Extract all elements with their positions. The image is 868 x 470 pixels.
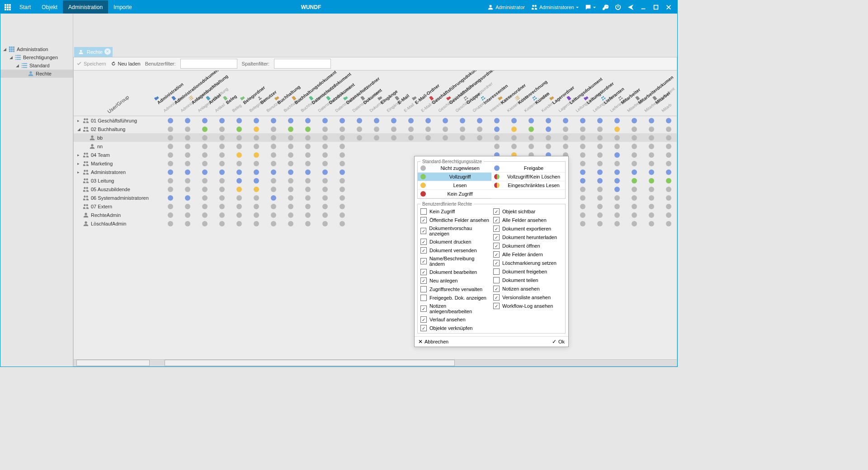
permission-cell[interactable] <box>162 142 179 150</box>
permission-cell[interactable] <box>265 176 282 185</box>
current-group[interactable]: Administratoren <box>528 4 581 10</box>
permission-cell[interactable] <box>265 193 282 202</box>
permission-cell[interactable] <box>557 142 574 150</box>
permission-cell[interactable] <box>213 159 231 168</box>
permission-cell[interactable] <box>591 142 609 150</box>
permission-cell[interactable] <box>643 150 660 159</box>
permission-cell[interactable] <box>351 142 368 150</box>
permission-cell[interactable] <box>591 211 609 219</box>
permission-cell[interactable] <box>643 142 660 150</box>
permission-cell[interactable] <box>609 185 626 193</box>
permission-cell[interactable] <box>248 116 265 125</box>
permission-cell[interactable] <box>316 142 334 150</box>
column-header[interactable]: MitarbeiMitarb <box>660 70 677 116</box>
permission-cell[interactable] <box>368 150 385 159</box>
permission-cell[interactable] <box>196 185 213 193</box>
right-checkbox[interactable]: ✓Name/Beschreibung ändern <box>420 256 490 267</box>
permission-cell[interactable] <box>609 142 626 150</box>
right-checkbox[interactable]: ✓Alle Felder ansehen <box>493 217 562 223</box>
permission-cell[interactable] <box>162 125 179 133</box>
permission-cell[interactable] <box>282 125 299 133</box>
permission-cell[interactable] <box>626 168 643 176</box>
permission-cell[interactable] <box>591 116 609 125</box>
permission-cell[interactable] <box>213 142 231 150</box>
permission-cell[interactable] <box>626 150 643 159</box>
permission-cell[interactable] <box>265 116 282 125</box>
permission-cell[interactable] <box>385 159 402 168</box>
permission-cell[interactable] <box>574 159 591 168</box>
permission-cell[interactable] <box>385 185 402 193</box>
permission-cell[interactable] <box>505 133 523 142</box>
row-header[interactable]: LöschlaufAdmin <box>74 219 162 228</box>
hscroll-right[interactable] <box>162 359 677 366</box>
permission-cell[interactable] <box>591 219 609 228</box>
permission-cell[interactable] <box>213 211 231 219</box>
permission-cell[interactable] <box>523 133 540 142</box>
menu-administration[interactable]: Administration <box>63 0 108 14</box>
permission-cell[interactable] <box>660 176 677 185</box>
permission-cell[interactable] <box>660 193 677 202</box>
permission-cell[interactable] <box>265 202 282 211</box>
permission-cell[interactable] <box>660 159 677 168</box>
permission-cell[interactable] <box>609 211 626 219</box>
permission-cell[interactable] <box>282 219 299 228</box>
permission-cell[interactable] <box>265 125 282 133</box>
permission-cell[interactable] <box>385 142 402 150</box>
permission-cell[interactable] <box>213 219 231 228</box>
permission-cell[interactable] <box>540 116 557 125</box>
permission-cell[interactable] <box>299 168 316 176</box>
permission-cell[interactable] <box>162 219 179 228</box>
permission-cell[interactable] <box>231 176 248 185</box>
menu-start[interactable]: Start <box>14 0 36 14</box>
permission-cell[interactable] <box>213 185 231 193</box>
permission-cell[interactable] <box>334 142 351 150</box>
permission-cell[interactable] <box>299 142 316 150</box>
permission-cell[interactable] <box>420 125 437 133</box>
row-header[interactable]: 05 Auszubildende <box>74 185 162 193</box>
tab-rechte[interactable]: Rechte ✕ <box>74 47 113 57</box>
hscroll-left[interactable] <box>74 359 162 366</box>
permission-cell[interactable] <box>454 125 471 133</box>
permission-cell[interactable] <box>316 168 334 176</box>
permission-cell[interactable] <box>540 133 557 142</box>
permission-cell[interactable] <box>316 133 334 142</box>
legend-entry[interactable]: Vollzugriff/Kein Löschen <box>491 173 565 181</box>
permission-cell[interactable] <box>334 159 351 168</box>
right-checkbox[interactable]: ✓Verlauf ansehen <box>420 316 490 323</box>
permission-cell[interactable] <box>574 176 591 185</box>
permission-cell[interactable] <box>282 176 299 185</box>
permission-cell[interactable] <box>248 219 265 228</box>
permission-cell[interactable] <box>334 133 351 142</box>
permission-cell[interactable] <box>437 142 454 150</box>
permission-cell[interactable] <box>351 202 368 211</box>
permission-cell[interactable] <box>471 133 488 142</box>
legend-entry[interactable]: Vollzugriff <box>418 173 491 181</box>
tree-node[interactable]: ▸Rechte <box>0 70 73 78</box>
permission-cell[interactable] <box>591 202 609 211</box>
permission-cell[interactable] <box>213 193 231 202</box>
permission-cell[interactable] <box>248 176 265 185</box>
permission-cell[interactable] <box>454 116 471 125</box>
permission-cell[interactable] <box>660 116 677 125</box>
permission-cell[interactable] <box>454 133 471 142</box>
permission-cell[interactable] <box>179 219 196 228</box>
permission-cell[interactable] <box>231 202 248 211</box>
permission-cell[interactable] <box>248 142 265 150</box>
permission-cell[interactable] <box>574 168 591 176</box>
permission-cell[interactable] <box>626 211 643 219</box>
permission-cell[interactable] <box>231 125 248 133</box>
permission-cell[interactable] <box>660 202 677 211</box>
permission-cell[interactable] <box>540 142 557 150</box>
permission-cell[interactable] <box>213 133 231 142</box>
permission-cell[interactable] <box>299 185 316 193</box>
permission-cell[interactable] <box>368 168 385 176</box>
permission-cell[interactable] <box>316 202 334 211</box>
permission-cell[interactable] <box>385 116 402 125</box>
permission-cell[interactable] <box>334 116 351 125</box>
permission-cell[interactable] <box>609 193 626 202</box>
permission-cell[interactable] <box>505 125 523 133</box>
permission-cell[interactable] <box>626 193 643 202</box>
permission-cell[interactable] <box>299 125 316 133</box>
permission-cell[interactable] <box>179 211 196 219</box>
row-header[interactable]: ▸Administratoren <box>74 168 162 176</box>
